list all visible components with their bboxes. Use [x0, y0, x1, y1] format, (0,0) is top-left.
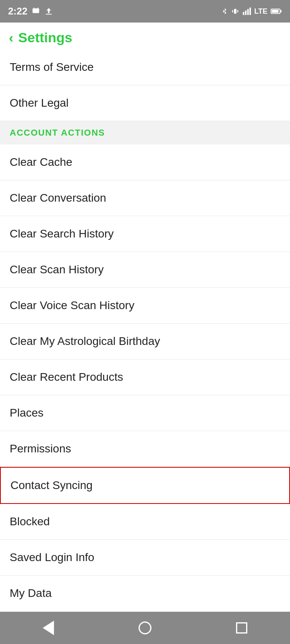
page-content: ‹ Settings Terms of Service Other Legal …	[0, 23, 290, 644]
back-button[interactable]: ‹	[9, 30, 13, 45]
home-nav-icon	[139, 621, 151, 634]
back-nav-icon	[43, 621, 54, 635]
list-item-permissions[interactable]: Permissions	[0, 431, 290, 467]
battery-icon	[271, 8, 282, 15]
svg-rect-9	[247, 9, 249, 15]
lte-label: LTE	[254, 7, 267, 16]
list-item-clear-voice-scan-history[interactable]: Clear Voice Scan History	[0, 288, 290, 324]
status-time: 2:22	[8, 6, 27, 17]
vibrate-icon	[232, 7, 239, 16]
svg-rect-12	[272, 10, 279, 12]
page-title: Settings	[18, 30, 72, 45]
svg-rect-3	[46, 14, 52, 14]
list-item-clear-conversation[interactable]: Clear Conversation	[0, 180, 290, 216]
svg-rect-8	[245, 10, 247, 15]
section-header-account-actions: ACCOUNT ACTIONS	[0, 121, 290, 144]
list-item-clear-search-history[interactable]: Clear Search History	[0, 216, 290, 252]
back-nav-button[interactable]	[38, 618, 58, 638]
list-item-clear-astrological-birthday[interactable]: Clear My Astrological Birthday	[0, 324, 290, 359]
list-item-my-data[interactable]: My Data	[0, 576, 290, 611]
header: ‹ Settings	[0, 23, 290, 50]
svg-rect-10	[250, 8, 251, 15]
bottom-nav	[0, 612, 290, 644]
svg-rect-5	[232, 10, 233, 12]
recent-nav-icon	[236, 622, 247, 634]
list-item-saved-login-info[interactable]: Saved Login Info	[0, 540, 290, 576]
status-bar: 2:22 LTE	[0, 0, 290, 23]
list-item-blocked[interactable]: Blocked	[0, 504, 290, 540]
status-left: 2:22	[8, 6, 53, 17]
bluetooth-icon	[221, 7, 228, 16]
svg-rect-4	[234, 9, 236, 14]
home-nav-button[interactable]	[135, 618, 155, 638]
upload-icon	[44, 7, 53, 16]
list-item[interactable]: Terms of Service	[0, 50, 290, 85]
svg-rect-13	[280, 10, 282, 12]
list-item-clear-recent-products[interactable]: Clear Recent Products	[0, 359, 290, 395]
svg-rect-0	[33, 8, 39, 13]
list-item[interactable]: Other Legal	[0, 85, 290, 121]
status-right: LTE	[221, 7, 282, 16]
list-item-clear-scan-history[interactable]: Clear Scan History	[0, 252, 290, 288]
list-item-clear-cache[interactable]: Clear Cache	[0, 144, 290, 180]
signal-icon	[242, 7, 251, 16]
list-item-places[interactable]: Places	[0, 395, 290, 431]
svg-rect-6	[238, 10, 238, 12]
svg-rect-7	[243, 12, 244, 15]
recent-nav-button[interactable]	[232, 618, 252, 638]
list-item-contact-syncing[interactable]: Contact Syncing	[0, 467, 290, 504]
notification-icon	[31, 7, 40, 16]
